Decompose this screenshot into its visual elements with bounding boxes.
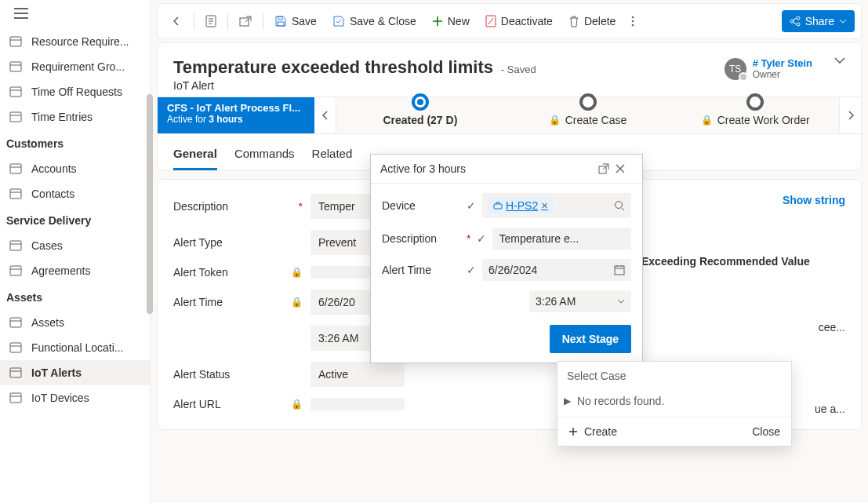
deactivate-button[interactable]: Deactivate <box>479 10 559 32</box>
next-stage-button[interactable]: Next Stage <box>550 325 631 353</box>
delete-label: Delete <box>584 15 616 27</box>
alert-url-label: Alert URL <box>173 398 221 410</box>
entity-name: IoT Alert <box>173 79 725 92</box>
lookup-create-button[interactable]: Create <box>568 425 617 438</box>
sidebar-item[interactable]: Assets <box>0 310 150 335</box>
open-new-window-button[interactable] <box>233 11 258 31</box>
flyout-alert-time-date[interactable]: 6/26/2024 <box>482 259 631 281</box>
svg-rect-1 <box>10 62 21 71</box>
svg-rect-5 <box>10 189 21 199</box>
header-expand-button[interactable] <box>834 57 845 64</box>
record-header: Temperature exceeded threshold limits - … <box>157 42 862 171</box>
nav-icon <box>9 86 22 98</box>
nav-icon <box>9 60 22 73</box>
owner-avatar[interactable]: TS <box>725 58 746 80</box>
bpf-stage[interactable]: 🔒Create Case <box>504 97 672 133</box>
plus-icon <box>432 16 443 27</box>
alert-status-label: Alert Status <box>173 368 230 381</box>
sidebar-item-label: Resource Require... <box>31 35 129 48</box>
sidebar-item[interactable]: Agreements <box>0 258 150 283</box>
tab-related[interactable]: Related <box>312 142 353 170</box>
bpf-stage[interactable]: 🔒Create Work Order <box>671 97 839 133</box>
device-icon <box>493 202 503 210</box>
share-label: Share <box>805 15 834 27</box>
search-icon[interactable] <box>614 200 625 211</box>
owner-name-link[interactable]: # Tyler Stein <box>753 57 812 69</box>
sidebar-item-label: Requirement Gro... <box>31 60 125 73</box>
close-button[interactable] <box>616 164 633 173</box>
tab-commands[interactable]: Commands <box>234 142 295 170</box>
chevron-down-icon <box>839 19 847 24</box>
bpf-stage-label: Create Case <box>565 114 627 126</box>
popout-button[interactable] <box>598 163 616 174</box>
sidebar-item[interactable]: IoT Alerts <box>0 360 150 385</box>
lock-icon: 🔒 <box>291 297 303 308</box>
required-indicator: * <box>299 200 303 213</box>
sidebar-scrollbar[interactable] <box>147 24 153 503</box>
description-label: Description <box>173 200 228 213</box>
form-selector-button[interactable] <box>199 10 223 32</box>
svg-point-17 <box>632 16 634 19</box>
required-indicator: * <box>467 232 470 245</box>
back-button[interactable] <box>164 10 189 32</box>
svg-rect-3 <box>10 112 21 122</box>
remove-lookup-icon[interactable]: ✕ <box>541 201 548 211</box>
new-label: New <box>448 15 470 27</box>
flyout-description-input[interactable]: Temperature e... <box>492 228 631 250</box>
sidebar-item[interactable]: Requirement Gro... <box>0 54 150 79</box>
lookup-dropdown: Select Case ▶ No records found. Create C… <box>557 361 792 447</box>
sidebar-item[interactable]: Resource Require... <box>0 29 150 54</box>
nav-icon <box>9 162 22 175</box>
bpf-stage-indicator <box>579 93 597 111</box>
nav-icon <box>9 341 22 354</box>
tab-general[interactable]: General <box>173 142 217 170</box>
bpf-stage-indicator <box>746 93 764 111</box>
nav-icon <box>9 35 22 48</box>
bpf-next-button[interactable] <box>839 97 861 133</box>
flyout-title: Active for 3 hours <box>380 162 598 175</box>
svg-point-19 <box>632 24 634 27</box>
hamburger-button[interactable] <box>0 0 150 29</box>
delete-button[interactable]: Delete <box>562 10 622 32</box>
flyout-device-value[interactable]: H-PS2 <box>506 199 538 212</box>
bpf-stage-label: Create Work Order <box>717 114 810 126</box>
bpf-prev-button[interactable] <box>314 97 336 133</box>
sidebar-item-label: Agreements <box>31 264 90 277</box>
save-close-button[interactable]: Save & Close <box>326 10 423 32</box>
sidebar-item[interactable]: Time Off Requests <box>0 79 150 104</box>
sidebar-item[interactable]: IoT Devices <box>0 385 150 410</box>
lookup-close-button[interactable]: Close <box>752 425 780 438</box>
alert-status-input[interactable]: Active <box>311 362 405 387</box>
save-button[interactable]: Save <box>268 10 323 32</box>
new-button[interactable]: New <box>426 10 476 32</box>
check-icon: ✓ <box>467 199 476 212</box>
bpf-stage[interactable]: Created (27 D) <box>336 97 504 133</box>
sidebar-item[interactable]: Cases <box>0 233 150 258</box>
lock-icon: 🔒 <box>291 267 303 278</box>
lookup-empty-text: No records found. <box>577 395 664 407</box>
sidebar-item[interactable]: Time Entries <box>0 104 150 129</box>
sidebar-item[interactable]: Accounts <box>0 156 150 181</box>
sidebar-item[interactable]: Contacts <box>0 181 150 206</box>
caret-right-icon[interactable]: ▶ <box>564 395 571 406</box>
lookup-create-label: Create <box>584 425 617 438</box>
calendar-icon[interactable] <box>614 264 625 275</box>
flyout-device-label: Device <box>382 199 460 212</box>
sidebar: Resource Require...Requirement Gro...Tim… <box>0 0 151 503</box>
sidebar-group-title: Customers <box>0 129 150 156</box>
sidebar-item[interactable]: Functional Locati... <box>0 335 150 360</box>
alert-time-label: Alert Time <box>173 296 223 308</box>
bpf-flow-selector[interactable]: CFS - IoT Alert Process Fl... Active for… <box>158 97 314 133</box>
flyout-alert-time-time[interactable]: 3:26 AM <box>529 290 631 312</box>
svg-rect-15 <box>278 22 284 26</box>
flyout-device-lookup[interactable]: H-PS2 ✕ <box>482 193 631 218</box>
share-button[interactable]: Share <box>782 10 855 32</box>
alert-data-title: Exceeding Recommended Value <box>641 255 845 268</box>
bpf-flow-name: CFS - IoT Alert Process Fl... <box>167 102 305 114</box>
sidebar-item-label: Accounts <box>31 162 77 175</box>
nav-icon <box>9 316 22 329</box>
show-string-link[interactable]: Show string <box>783 194 845 206</box>
sidebar-item-label: Time Entries <box>31 111 93 123</box>
sidebar-group-title: Assets <box>0 283 150 310</box>
overflow-button[interactable] <box>625 10 641 32</box>
